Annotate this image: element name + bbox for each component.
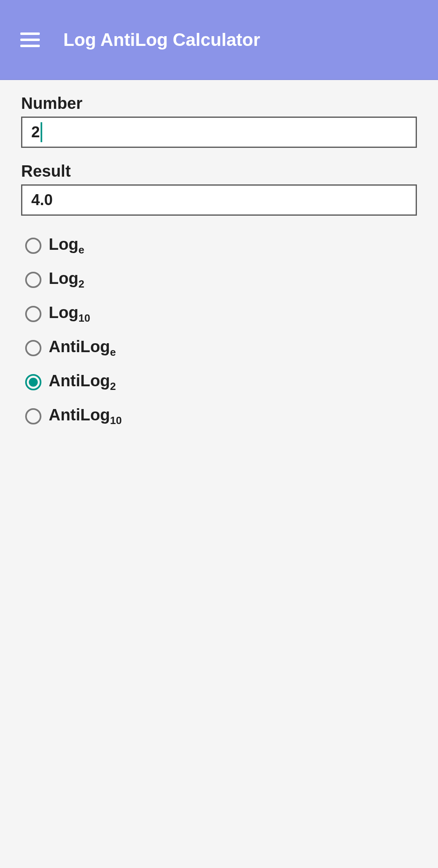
result-label: Result [21,162,417,180]
radio-antilog-10[interactable]: AntiLog10 [25,406,417,427]
radio-indicator-icon [25,340,41,356]
text-cursor [41,122,42,142]
number-input[interactable] [21,117,417,148]
radio-indicator-icon [25,238,41,254]
radio-label: AntiLog2 [49,372,116,393]
radio-indicator-icon [25,306,41,322]
number-input-wrapper [21,117,417,148]
number-label: Number [21,94,417,113]
hamburger-menu-icon[interactable] [20,30,40,50]
radio-log-2[interactable]: Log2 [25,269,417,290]
radio-log-10[interactable]: Log10 [25,303,417,325]
app-header: Log AntiLog Calculator [0,0,438,80]
radio-indicator-icon [25,374,41,390]
radio-label: Log10 [49,303,90,325]
radio-label: Loge [49,235,84,256]
app-title: Log AntiLog Calculator [63,30,260,50]
radio-label: Log2 [49,269,84,290]
operation-radio-group: LogeLog2Log10AntiLogeAntiLog2AntiLog10 [21,235,417,427]
radio-label: AntiLoge [49,338,116,359]
radio-indicator-icon [25,272,41,288]
radio-indicator-icon [25,408,41,424]
radio-antilog-e[interactable]: AntiLoge [25,338,417,359]
main-content: Number Result LogeLog2Log10AntiLogeAntiL… [0,80,438,454]
radio-antilog-2[interactable]: AntiLog2 [25,372,417,393]
radio-log-e[interactable]: Loge [25,235,417,256]
result-output[interactable] [21,184,417,216]
radio-label: AntiLog10 [49,406,122,427]
